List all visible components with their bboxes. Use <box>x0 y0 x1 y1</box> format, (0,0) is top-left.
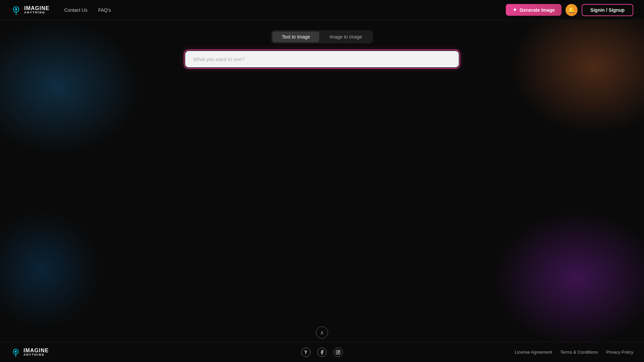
footer-logo-anything: ANYTHING <box>23 353 49 356</box>
search-input[interactable] <box>184 50 460 68</box>
main-nav: Contact Us FAQ's <box>60 5 115 15</box>
header: IMAGINE ANYTHING Contact Us FAQ's ✦ Gene… <box>0 0 644 20</box>
nav-contact[interactable]: Contact Us <box>60 5 91 15</box>
svg-point-4 <box>305 351 307 352</box>
svg-rect-5 <box>336 350 340 354</box>
tab-bar: Text to Image Image to Image <box>271 30 373 44</box>
tab-image-to-image[interactable]: Image to Image <box>320 32 371 42</box>
chevron-up-icon: ∧ <box>320 329 324 336</box>
scroll-top-button[interactable]: ∧ <box>316 326 328 339</box>
footer-logo[interactable]: IMAGINE ANYTHING <box>11 347 49 357</box>
footer-privacy[interactable]: Privacy Policy <box>606 350 633 355</box>
notification-button[interactable]: 🔔 <box>566 4 578 16</box>
header-right: ✦ Generate Image 🔔 Signin / Signup <box>506 4 633 16</box>
notification-icon: 🔔 <box>568 6 575 14</box>
nav-faq[interactable]: FAQ's <box>94 5 115 15</box>
search-container <box>184 50 460 68</box>
facebook-icon[interactable] <box>317 348 327 357</box>
logo[interactable]: IMAGINE ANYTHING <box>11 5 49 15</box>
footer-social <box>301 348 343 357</box>
logo-anything: ANYTHING <box>24 11 49 14</box>
footer-terms[interactable]: Terms & Conditions <box>560 350 598 355</box>
instagram-icon[interactable] <box>333 348 343 357</box>
svg-point-7 <box>339 351 339 351</box>
main-content: Text to Image Image to Image <box>0 20 644 342</box>
logo-icon <box>11 5 21 15</box>
footer-logo-imagine: IMAGINE <box>23 348 49 353</box>
footer-logo-icon <box>11 347 21 357</box>
svg-point-6 <box>337 351 339 353</box>
logo-imagine: IMAGINE <box>24 6 49 11</box>
tab-text-to-image[interactable]: Text to Image <box>272 32 319 42</box>
footer: IMAGINE ANYTHING License Agreement <box>0 342 644 362</box>
generate-label: Generate Image <box>520 7 555 13</box>
svg-point-1 <box>15 8 17 10</box>
footer-links: License Agreement Terms & Conditions Pri… <box>515 350 633 355</box>
pinterest-icon[interactable] <box>301 348 311 357</box>
svg-point-3 <box>15 351 17 353</box>
generate-icon: ✦ <box>513 7 517 13</box>
generate-image-button[interactable]: ✦ Generate Image <box>506 4 561 16</box>
logo-text: IMAGINE ANYTHING <box>24 6 49 14</box>
footer-logo-text: IMAGINE ANYTHING <box>23 348 49 356</box>
footer-license[interactable]: License Agreement <box>515 350 552 355</box>
signup-button[interactable]: Signin / Signup <box>582 4 633 16</box>
